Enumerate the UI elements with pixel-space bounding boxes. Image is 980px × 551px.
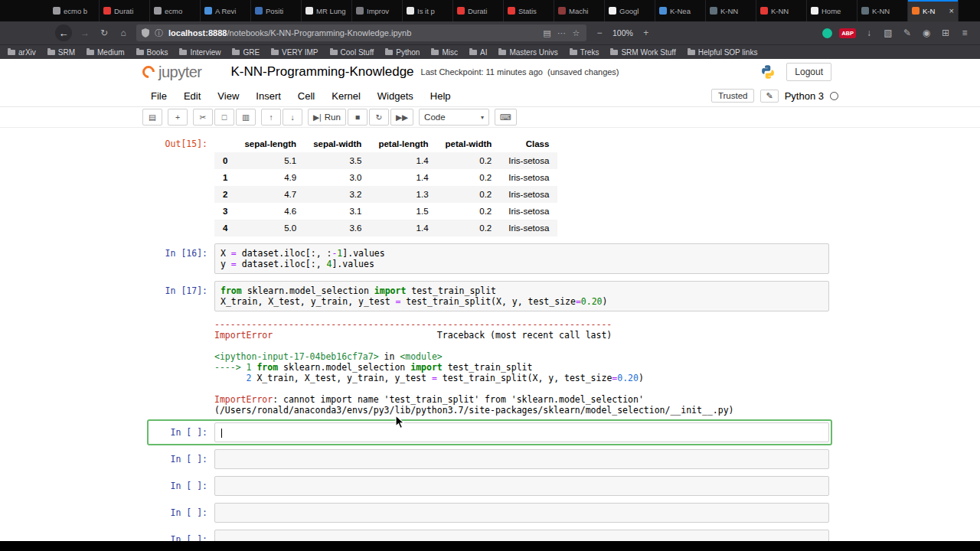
notebook-cell[interactable]: In [ ]: <box>147 419 832 445</box>
back-button[interactable]: ← <box>55 24 72 41</box>
browser-tab[interactable]: K-Nea <box>655 0 706 21</box>
tracking-shield-icon[interactable] <box>142 28 149 37</box>
code-input[interactable] <box>214 476 829 496</box>
browser-tab[interactable]: Positi <box>251 0 302 21</box>
sidebar-button[interactable]: ▧ <box>882 28 894 37</box>
browser-tab[interactable]: ecmo <box>150 0 201 21</box>
reload-button[interactable]: ↻ <box>98 28 110 37</box>
browser-tab[interactable]: K-NN <box>756 0 807 21</box>
notebook-area[interactable]: Out[15]:sepal-lengthsepal-widthpetal-len… <box>0 128 980 541</box>
add-cell-button[interactable]: + <box>168 109 188 126</box>
bookmark-folder[interactable]: SRM <box>47 48 75 57</box>
browser-tab[interactable]: Statis <box>504 0 554 21</box>
code-input[interactable] <box>214 503 829 523</box>
notebook-title[interactable]: K-NN-Programming-Knowledge <box>231 64 414 80</box>
code-input[interactable]: from sklearn.model_selection import test… <box>214 281 829 311</box>
notebook-cell[interactable]: Out[15]:sepal-lengthsepal-widthpetal-len… <box>150 134 829 236</box>
bookmark-folder[interactable]: arXiv <box>8 48 36 57</box>
bookmark-folder[interactable]: Treks <box>570 48 599 57</box>
bookmark-folder[interactable]: GRE <box>232 48 260 57</box>
browser-tab[interactable]: ecmo b <box>49 0 100 21</box>
highlighter-extension-icon[interactable]: ✎ <box>901 28 913 37</box>
account-button[interactable]: ◉ <box>920 28 933 37</box>
forward-button[interactable]: → <box>79 28 91 37</box>
command-palette-button[interactable]: ⌨ <box>495 109 517 126</box>
restart-run-all-button[interactable]: ▶▶ <box>390 109 413 126</box>
restart-kernel-button[interactable]: ↻ <box>369 109 389 126</box>
logout-button[interactable]: Logout <box>786 63 831 81</box>
bookmark-folder[interactable]: Masters Univs <box>498 48 557 57</box>
url-bar[interactable]: ⓘ localhost:8888/notebooks/K-NN-Programm… <box>136 24 586 41</box>
stop-button[interactable]: ■ <box>348 109 368 126</box>
downloads-button[interactable]: ↓ <box>863 28 875 37</box>
bookmark-folder[interactable]: Cool Stuff <box>330 48 374 57</box>
browser-tab[interactable]: Durati <box>453 0 504 21</box>
move-down-button[interactable]: ↓ <box>283 109 302 126</box>
error-line: <ipython-input-17-04beb16cf7a7> in <modu… <box>214 351 829 362</box>
menu-edit[interactable]: Edit <box>175 87 209 105</box>
zoom-out-button[interactable]: − <box>593 28 606 37</box>
move-up-button[interactable]: ↑ <box>261 109 281 126</box>
zoom-in-button[interactable]: + <box>640 28 652 37</box>
browser-tab[interactable]: A Revi <box>201 0 251 21</box>
paste-button[interactable]: ▥ <box>236 109 256 126</box>
notebook-cell[interactable]: In [ ]: <box>150 530 829 541</box>
grammarly-extension-icon[interactable] <box>822 28 832 38</box>
browser-tab[interactable]: MR Lung V <box>302 0 352 21</box>
bookmark-folder[interactable]: Medium <box>87 48 125 57</box>
bookmark-folder[interactable]: Python <box>385 48 420 57</box>
cut-button[interactable]: ✂ <box>193 109 213 126</box>
notebook-cell[interactable]: In [17]:from sklearn.model_selection imp… <box>150 281 829 416</box>
browser-tab[interactable]: Is it p <box>403 0 453 21</box>
code-input[interactable] <box>214 530 829 541</box>
browser-tab[interactable]: Machi <box>554 0 605 21</box>
menu-widgets[interactable]: Widgets <box>369 87 422 105</box>
extensions-grid-icon[interactable]: ⊞ <box>939 28 952 37</box>
menu-kernel[interactable]: Kernel <box>323 87 369 105</box>
trusted-badge[interactable]: Trusted <box>711 89 755 103</box>
tab-close-icon[interactable]: × <box>949 7 954 15</box>
save-button[interactable]: ▤ <box>142 109 162 126</box>
menu-button[interactable]: ≡ <box>959 28 971 37</box>
page-actions-icon[interactable]: ⋯ <box>557 29 567 37</box>
edit-mode-pencil-icon[interactable]: ✎ <box>760 90 778 103</box>
cut-icon: ✂ <box>200 112 207 122</box>
jupyter-logo[interactable]: jupyter <box>142 64 202 81</box>
cell-content <box>214 530 829 541</box>
menu-help[interactable]: Help <box>422 87 459 105</box>
bookmark-star-icon[interactable]: ☆ <box>571 29 581 37</box>
browser-tab[interactable]: Durati <box>100 0 150 21</box>
menu-cell[interactable]: Cell <box>289 87 323 105</box>
browser-tab[interactable]: Googl <box>605 0 655 21</box>
code-input[interactable]: X = dataset.iloc[:, :-1].valuesy = datas… <box>214 243 829 274</box>
notebook-cell[interactable]: In [ ]: <box>150 476 829 496</box>
cell-type-select[interactable]: Code▾ <box>419 109 489 126</box>
home-button[interactable]: ⌂ <box>117 28 129 37</box>
browser-tab[interactable]: Improv <box>352 0 403 21</box>
browser-tab[interactable]: Home <box>807 0 858 21</box>
bookmark-folder[interactable]: Misc <box>431 48 458 57</box>
bookmark-folder[interactable]: Interview <box>179 48 220 57</box>
bookmark-folder[interactable]: SRM Work Stuff <box>610 48 675 57</box>
bookmark-folder[interactable]: Helpful SOP links <box>688 48 758 57</box>
copy-button[interactable]: □ <box>214 109 234 126</box>
site-info-icon[interactable]: ⓘ <box>154 29 164 37</box>
bookmark-folder[interactable]: VERY IMP <box>271 48 318 57</box>
code-input[interactable] <box>214 422 829 442</box>
browser-tab[interactable]: K-NN <box>858 0 908 21</box>
browser-tab[interactable]: K-NN <box>706 0 756 21</box>
run-button[interactable]: ▶|Run <box>308 109 346 126</box>
reader-mode-icon[interactable]: ▤ <box>542 29 552 37</box>
zoom-level[interactable]: 100% <box>612 28 633 37</box>
code-input[interactable] <box>214 449 829 469</box>
menu-insert[interactable]: Insert <box>247 87 289 105</box>
adblock-extension-icon[interactable]: ABP <box>839 28 856 38</box>
bookmark-folder[interactable]: Books <box>136 48 168 57</box>
notebook-cell[interactable]: In [ ]: <box>150 449 829 469</box>
notebook-cell[interactable]: In [ ]: <box>150 503 829 523</box>
notebook-cell[interactable]: In [16]:X = dataset.iloc[:, :-1].valuesy… <box>150 243 829 274</box>
menu-view[interactable]: View <box>209 87 247 105</box>
menu-file[interactable]: File <box>142 87 175 105</box>
bookmark-folder[interactable]: AI <box>469 48 487 57</box>
browser-tab[interactable]: K-N× <box>908 0 959 21</box>
